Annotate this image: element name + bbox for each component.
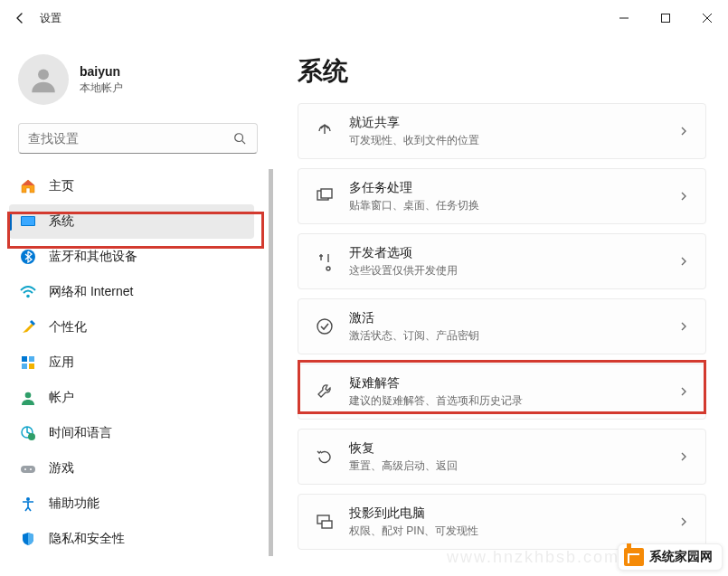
card-title: 多任务处理 xyxy=(349,180,678,196)
svg-rect-24 xyxy=(322,521,332,528)
card-subtitle: 重置、高级启动、返回 xyxy=(349,458,678,474)
nav-item-home[interactable]: 主页 xyxy=(9,169,254,203)
card-developer[interactable]: 开发者选项 这些设置仅供开发使用 xyxy=(298,233,706,289)
svg-rect-16 xyxy=(21,466,35,473)
gamepad-icon xyxy=(20,460,36,477)
nav-item-system[interactable]: 系统 xyxy=(9,204,254,239)
wifi-icon xyxy=(20,284,36,300)
card-subtitle: 建议的疑难解答、首选项和历史记录 xyxy=(349,393,678,409)
card-subtitle: 权限、配对 PIN、可发现性 xyxy=(349,524,678,539)
chevron-right-icon xyxy=(678,451,689,462)
card-title: 投影到此电脑 xyxy=(349,505,678,522)
nav-item-personalization[interactable]: 个性化 xyxy=(9,310,254,345)
card-title: 激活 xyxy=(349,310,678,326)
nav-label: 主页 xyxy=(49,178,74,194)
svg-point-13 xyxy=(25,392,32,399)
svg-rect-21 xyxy=(321,189,332,198)
svg-point-17 xyxy=(24,468,26,470)
user-panel[interactable]: baiyun 本地帐户 xyxy=(0,51,276,123)
project-icon xyxy=(315,512,335,532)
nav-label: 游戏 xyxy=(49,460,74,477)
multitask-icon xyxy=(315,186,335,206)
svg-rect-9 xyxy=(22,356,27,362)
nav-item-privacy[interactable]: 隐私和安全性 xyxy=(9,522,254,556)
svg-rect-12 xyxy=(29,364,34,369)
nav-label: 个性化 xyxy=(49,319,87,335)
svg-point-22 xyxy=(317,319,332,334)
accessibility-icon xyxy=(20,496,36,512)
sidebar: baiyun 本地帐户 主页 系统 蓝牙 xyxy=(0,36,276,576)
bluetooth-icon xyxy=(20,249,36,265)
nav-item-gaming[interactable]: 游戏 xyxy=(9,451,254,486)
chevron-right-icon xyxy=(678,256,689,267)
card-subtitle: 可发现性、收到文件的位置 xyxy=(349,133,678,148)
nav-label: 隐私和安全性 xyxy=(49,531,125,547)
globe-clock-icon xyxy=(20,425,36,441)
card-troubleshoot[interactable]: 疑难解答 建议的疑难解答、首选项和历史记录 xyxy=(298,364,706,420)
share-icon xyxy=(315,121,335,141)
tools-icon xyxy=(315,251,335,271)
nav-item-apps[interactable]: 应用 xyxy=(9,345,254,380)
minimize-button[interactable] xyxy=(603,0,645,36)
search-input[interactable] xyxy=(28,131,232,146)
nav-label: 应用 xyxy=(49,354,74,371)
wrench-icon xyxy=(315,382,335,401)
person-icon xyxy=(20,390,36,406)
page-title: 系统 xyxy=(298,54,706,89)
svg-point-19 xyxy=(26,497,30,501)
maximize-button[interactable] xyxy=(645,0,686,36)
svg-point-18 xyxy=(30,468,32,470)
window-title: 设置 xyxy=(40,11,61,26)
nav-item-accessibility[interactable]: 辅助功能 xyxy=(9,486,254,521)
card-projecting[interactable]: 投影到此电脑 权限、配对 PIN、可发现性 xyxy=(298,494,706,550)
brand-text: 系统家园网 xyxy=(649,549,713,565)
main-content: 系统 就近共享 可发现性、收到文件的位置 多任务处理 贴靠窗口、桌面、任务切换 … xyxy=(276,36,728,576)
window-controls xyxy=(603,0,728,36)
svg-point-15 xyxy=(28,433,35,440)
nav-label: 蓝牙和其他设备 xyxy=(49,249,137,265)
chevron-right-icon xyxy=(678,386,689,397)
card-title: 恢复 xyxy=(349,440,678,457)
svg-rect-11 xyxy=(22,364,27,369)
card-title: 就近共享 xyxy=(349,115,678,131)
close-button[interactable] xyxy=(686,0,728,36)
card-multitasking[interactable]: 多任务处理 贴靠窗口、桌面、任务切换 xyxy=(298,168,706,224)
home-icon xyxy=(20,178,36,194)
check-circle-icon xyxy=(315,316,335,336)
brand-badge: 系统家园网 xyxy=(618,543,723,571)
svg-rect-6 xyxy=(22,217,34,225)
shield-icon xyxy=(20,531,36,547)
card-subtitle: 激活状态、订阅、产品密钥 xyxy=(349,328,678,344)
nav-item-accounts[interactable]: 帐户 xyxy=(9,381,254,415)
card-recovery[interactable]: 恢复 重置、高级启动、返回 xyxy=(298,429,706,485)
chevron-right-icon xyxy=(678,516,689,527)
svg-point-2 xyxy=(38,69,49,80)
nav-label: 网络和 Internet xyxy=(49,284,133,300)
nav-item-time-language[interactable]: 时间和语言 xyxy=(9,416,254,450)
svg-rect-1 xyxy=(662,14,670,23)
apps-icon xyxy=(20,354,36,371)
svg-rect-10 xyxy=(29,356,34,362)
nav-item-network[interactable]: 网络和 Internet xyxy=(9,275,254,309)
card-subtitle: 贴靠窗口、桌面、任务切换 xyxy=(349,198,678,213)
card-subtitle: 这些设置仅供开发使用 xyxy=(349,263,678,279)
brush-icon xyxy=(20,319,36,335)
svg-point-3 xyxy=(235,134,243,142)
card-title: 开发者选项 xyxy=(349,245,678,261)
user-name: baiyun xyxy=(80,64,123,79)
back-button[interactable] xyxy=(0,0,40,36)
brand-logo-icon xyxy=(624,548,644,566)
search-box[interactable] xyxy=(18,123,258,154)
nav-label: 系统 xyxy=(49,213,74,230)
chevron-right-icon xyxy=(678,191,689,202)
svg-line-4 xyxy=(242,141,246,145)
svg-point-8 xyxy=(26,295,30,298)
card-nearby-sharing[interactable]: 就近共享 可发现性、收到文件的位置 xyxy=(298,103,706,159)
search-icon xyxy=(232,130,248,146)
card-activation[interactable]: 激活 激活状态、订阅、产品密钥 xyxy=(298,298,706,354)
card-title: 疑难解答 xyxy=(349,375,678,392)
chevron-right-icon xyxy=(678,126,689,137)
nav-label: 辅助功能 xyxy=(49,496,99,512)
system-icon xyxy=(20,213,36,230)
nav-item-bluetooth[interactable]: 蓝牙和其他设备 xyxy=(9,240,254,274)
